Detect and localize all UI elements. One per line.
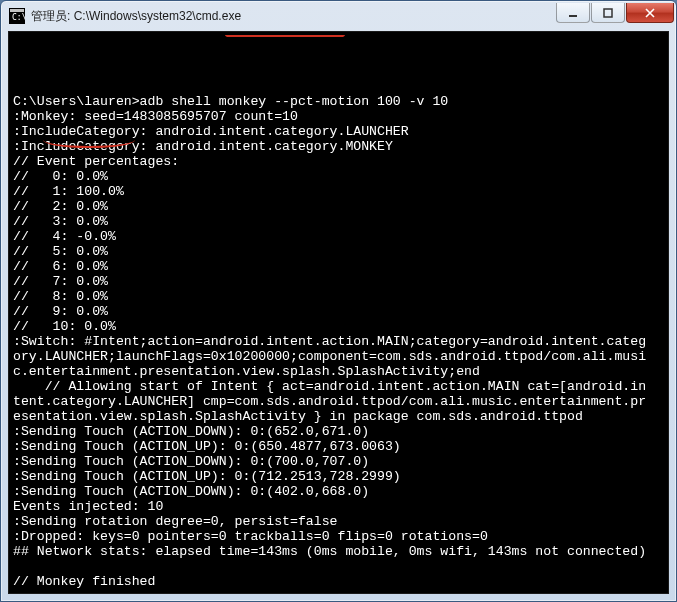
cmd-icon: C:\ (9, 8, 25, 24)
terminal-line (13, 589, 664, 594)
terminal-line: :Sending Touch (ACTION_UP): 0:(650.4877,… (13, 439, 664, 454)
terminal-line: // 6: 0.0% (13, 259, 664, 274)
terminal-line: Events injected: 10 (13, 499, 664, 514)
terminal-line: // 10: 0.0% (13, 319, 664, 334)
cmd-window: C:\ 管理员: C:\Windows\system32\cmd.exe C:\… (0, 0, 677, 602)
terminal-line: c.entertainment.presentation.view.splash… (13, 364, 664, 379)
terminal-line: // Allowing start of Intent { act=androi… (13, 379, 664, 394)
terminal-line: ## Network stats: elapsed time=143ms (0m… (13, 544, 664, 559)
terminal-line: tent.category.LAUNCHER] cmp=com.sds.andr… (13, 394, 664, 409)
terminal-line: :Sending rotation degree=0, persist=fals… (13, 514, 664, 529)
window-controls (556, 3, 674, 23)
svg-rect-1 (10, 9, 24, 12)
svg-rect-3 (569, 15, 577, 17)
terminal-line: // Monkey finished (13, 574, 664, 589)
terminal-line: esentation.view.splash.SplashActivity } … (13, 409, 664, 424)
terminal-line: :Switch: #Intent;action=android.intent.a… (13, 334, 664, 349)
terminal-line: // 5: 0.0% (13, 244, 664, 259)
annotation-underline-1 (225, 35, 345, 43)
terminal-output[interactable]: C:\Users\lauren>adb shell monkey --pct-m… (8, 31, 669, 594)
terminal-line: // 4: -0.0% (13, 229, 664, 244)
minimize-button[interactable] (556, 3, 590, 23)
terminal-line: :Sending Touch (ACTION_DOWN): 0:(402.0,6… (13, 484, 664, 499)
terminal-line: // 2: 0.0% (13, 199, 664, 214)
terminal-line: // 8: 0.0% (13, 289, 664, 304)
terminal-line: // 0: 0.0% (13, 169, 664, 184)
titlebar[interactable]: C:\ 管理员: C:\Windows\system32\cmd.exe (1, 1, 676, 31)
svg-rect-4 (604, 9, 612, 17)
prompt-line: C:\Users\lauren>adb shell monkey --pct-m… (13, 94, 664, 109)
terminal-line: // Event percentages: (13, 154, 664, 169)
svg-text:C:\: C:\ (12, 13, 25, 22)
terminal-line: :Sending Touch (ACTION_DOWN): 0:(652.0,6… (13, 424, 664, 439)
terminal-line: :Monkey: seed=1483085695707 count=10 (13, 109, 664, 124)
terminal-line: ory.LAUNCHER;launchFlags=0x10200000;comp… (13, 349, 664, 364)
terminal-line: :IncludeCategory: android.intent.categor… (13, 124, 664, 139)
terminal-line: // 7: 0.0% (13, 274, 664, 289)
terminal-line: :Dropped: keys=0 pointers=0 trackballs=0… (13, 529, 664, 544)
close-button[interactable] (626, 3, 674, 23)
terminal-line: // 3: 0.0% (13, 214, 664, 229)
window-title: 管理员: C:\Windows\system32\cmd.exe (31, 8, 556, 25)
maximize-button[interactable] (591, 3, 625, 23)
terminal-line: :Sending Touch (ACTION_UP): 0:(712.2513,… (13, 469, 664, 484)
terminal-line: // 9: 0.0% (13, 304, 664, 319)
terminal-line: :Sending Touch (ACTION_DOWN): 0:(700.0,7… (13, 454, 664, 469)
terminal-line: :IncludeCategory: android.intent.categor… (13, 139, 664, 154)
terminal-line (13, 559, 664, 574)
terminal-line: // 1: 100.0% (13, 184, 664, 199)
